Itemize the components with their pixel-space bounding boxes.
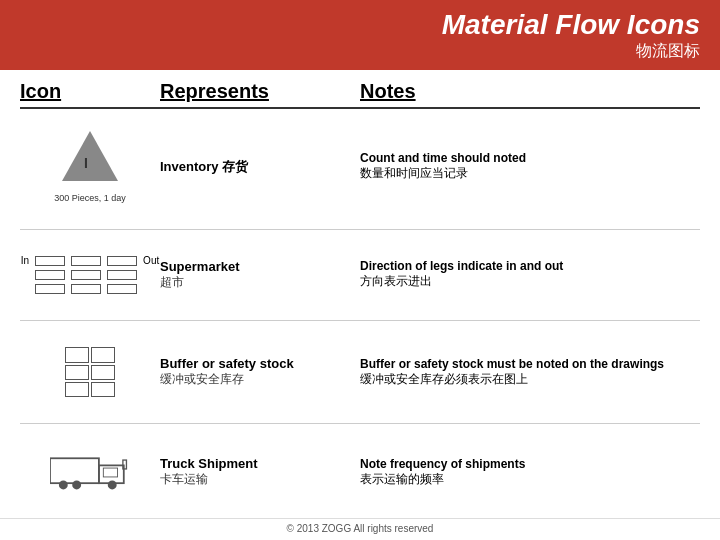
inventory-note-en: Count and time should noted [360, 151, 700, 165]
supermarket-note-en: Direction of legs indicate in and out [360, 259, 700, 273]
buffer-icon [65, 347, 115, 397]
svg-point-3 [59, 480, 68, 489]
triangle-icon: I 300 Pieces, 1 day [54, 131, 126, 203]
supermarket-notes: Direction of legs indicate in and out 方向… [360, 259, 700, 290]
rows: I 300 Pieces, 1 day Inventory 存货 Count a… [20, 117, 700, 509]
truck-rep-en: Truck Shipment [160, 456, 350, 471]
table-row: Buffer or safety stock 缓冲或安全库存 Buffer or… [20, 343, 700, 401]
supermarket-note-zh: 方向表示进出 [360, 273, 700, 290]
divider-3 [20, 423, 700, 424]
truck-icon-cell [20, 450, 160, 495]
table-row: I 300 Pieces, 1 day Inventory 存货 Count a… [20, 127, 700, 207]
column-headers: Icon Represents Notes [20, 80, 700, 109]
inventory-rep-en: Inventory 存货 [160, 158, 350, 176]
svg-point-4 [72, 480, 81, 489]
header: Material Flow Icons 物流图标 [0, 0, 720, 70]
svg-rect-0 [50, 458, 99, 483]
inventory-note-zh: 数量和时间应当记录 [360, 165, 700, 182]
footer: © 2013 ZOGG All rights reserved [0, 518, 720, 540]
content: Icon Represents Notes I 300 Pieces, 1 da… [0, 70, 720, 514]
buffer-note-en: Buffer or safety stock must be noted on … [360, 357, 700, 371]
supermarket-icon: In Out In In [21, 255, 159, 294]
page: Material Flow Icons 物流图标 Icon Represents… [0, 0, 720, 540]
divider-2 [20, 320, 700, 321]
truck-notes: Note frequency of shipments 表示运输的频率 [360, 457, 700, 488]
header-title-zh: 物流图标 [20, 41, 700, 62]
supermarket-icon-cell: In Out In In [20, 255, 160, 294]
truck-represents: Truck Shipment 卡车运输 [160, 456, 360, 488]
truck-note-en: Note frequency of shipments [360, 457, 700, 471]
buffer-rep-zh: 缓冲或安全库存 [160, 371, 350, 388]
svg-rect-2 [103, 468, 117, 477]
col-icon: Icon [20, 80, 160, 103]
col-notes: Notes [360, 80, 700, 103]
supermarket-rep-zh: 超市 [160, 274, 350, 291]
truck-note-zh: 表示运输的频率 [360, 471, 700, 488]
buffer-note-zh: 缓冲或安全库存必须表示在图上 [360, 371, 700, 388]
table-row: In Out In In [20, 251, 700, 298]
supermarket-represents: Supermarket 超市 [160, 259, 360, 291]
svg-point-5 [108, 480, 117, 489]
inventory-represents: Inventory 存货 [160, 158, 360, 176]
col-represents: Represents [160, 80, 360, 103]
header-title-en: Material Flow Icons [20, 10, 700, 41]
inventory-notes: Count and time should noted 数量和时间应当记录 [360, 151, 700, 182]
inventory-icon-cell: I 300 Pieces, 1 day [20, 131, 160, 203]
supermarket-rep-en: Supermarket [160, 259, 350, 274]
buffer-icon-cell [20, 347, 160, 397]
buffer-notes: Buffer or safety stock must be noted on … [360, 357, 700, 388]
truck-icon [50, 450, 130, 495]
buffer-represents: Buffer or safety stock 缓冲或安全库存 [160, 356, 360, 388]
table-row: Truck Shipment 卡车运输 Note frequency of sh… [20, 446, 700, 499]
inventory-icon-label: 300 Pieces, 1 day [54, 193, 126, 203]
buffer-rep-en: Buffer or safety stock [160, 356, 350, 371]
divider-1 [20, 229, 700, 230]
truck-rep-zh: 卡车运输 [160, 471, 350, 488]
